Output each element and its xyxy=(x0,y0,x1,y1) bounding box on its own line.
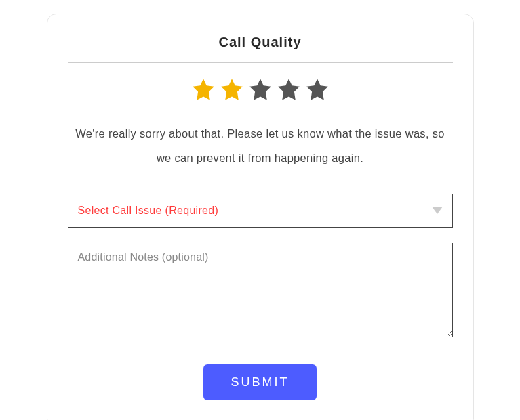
submit-row: SUBMIT xyxy=(68,364,453,400)
additional-notes-textarea[interactable] xyxy=(68,243,453,337)
chevron-down-icon xyxy=(432,207,443,214)
submit-button[interactable]: SUBMIT xyxy=(203,364,316,400)
star-icon[interactable] xyxy=(276,77,302,102)
star-rating xyxy=(68,77,453,102)
star-icon[interactable] xyxy=(191,77,216,102)
divider xyxy=(68,62,453,63)
card-title: Call Quality xyxy=(68,35,453,62)
star-icon[interactable] xyxy=(247,77,273,102)
call-issue-select[interactable]: Select Call Issue (Required) xyxy=(68,194,453,228)
apology-text: We're really sorry about that. Please le… xyxy=(68,121,453,171)
star-icon[interactable] xyxy=(304,77,330,102)
call-quality-card: Call Quality We're really sorry about th… xyxy=(47,14,474,420)
call-issue-placeholder: Select Call Issue (Required) xyxy=(78,205,219,217)
star-icon[interactable] xyxy=(219,77,245,102)
